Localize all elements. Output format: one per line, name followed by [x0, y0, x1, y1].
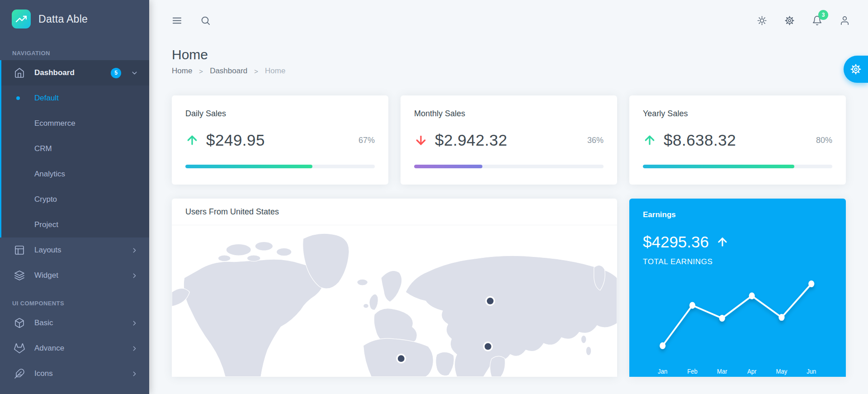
- menu-icon: [172, 15, 182, 26]
- arrow-up-icon: [643, 133, 656, 147]
- card-title: Daily Sales: [185, 109, 375, 119]
- monthly-sales-card: Monthly Sales $2.942.32 36%: [401, 95, 617, 185]
- sun-icon: [757, 15, 767, 26]
- sidebar-subitem-crypto[interactable]: Crypto: [1, 187, 149, 212]
- arrow-down-icon: [414, 133, 428, 147]
- sidebar-item-label: Advance: [34, 344, 64, 353]
- gear-icon: [784, 15, 795, 26]
- subitem-label: Project: [34, 220, 58, 229]
- sidebar-subitem-project[interactable]: Project: [1, 212, 149, 237]
- page-head: Home Home > Dashboard > Home: [149, 41, 868, 76]
- chevron-right-icon: [131, 319, 138, 327]
- earnings-value: $4295.36: [643, 233, 709, 251]
- sidebar-subitem-analytics[interactable]: Analytics: [1, 161, 149, 187]
- card-percent: 36%: [587, 136, 604, 145]
- breadcrumb-current: Home: [265, 66, 285, 76]
- svg-text:Feb: Feb: [687, 367, 698, 375]
- svg-text:Apr: Apr: [747, 367, 757, 375]
- earnings-value-row: $4295.36: [643, 233, 832, 251]
- dashboard-count-badge: 5: [111, 68, 121, 78]
- progress-track: [185, 165, 375, 168]
- breadcrumb-link-home[interactable]: Home: [172, 66, 192, 76]
- earnings-line-chart: JanFebMarAprMayJun: [643, 268, 832, 377]
- card-title: Yearly Sales: [643, 109, 832, 119]
- brand-name: Datta Able: [38, 13, 88, 25]
- sidebar-item-basic[interactable]: Basic: [0, 310, 149, 336]
- sidebar-subitem-default[interactable]: Default: [1, 85, 149, 111]
- main-area: 3 Home Home > Dashboard > Home Daily Sal…: [149, 0, 868, 394]
- card-value-row: $2.942.32 36%: [414, 131, 604, 149]
- sidebar-item-label: Layouts: [34, 246, 61, 255]
- map-marker-siberia: [487, 298, 494, 304]
- user-profile-button[interactable]: [840, 15, 850, 26]
- gear-icon: [850, 63, 862, 75]
- sidebar-item-layouts[interactable]: Layouts: [0, 237, 149, 263]
- theme-brightness-button[interactable]: [757, 15, 767, 26]
- daily-sales-card: Daily Sales $249.95 67%: [172, 95, 388, 185]
- stat-cards-row: Daily Sales $249.95 67% Monthly Sales $2…: [149, 76, 868, 185]
- box-icon: [14, 318, 25, 328]
- subitem-label: Default: [34, 94, 59, 103]
- nav-caption-ui-components: UI COMPONENTS: [12, 300, 149, 307]
- menu-toggle-button[interactable]: [172, 15, 182, 26]
- gitlab-icon: [14, 343, 25, 354]
- progress-fill: [414, 165, 482, 168]
- chevron-right-icon: [131, 370, 138, 378]
- sidebar-subitem-crm[interactable]: CRM: [1, 136, 149, 161]
- breadcrumb: Home > Dashboard > Home: [172, 66, 845, 76]
- earnings-card: Earnings $4295.36 TOTAL EARNINGS Ja: [629, 199, 846, 377]
- users-map-card: Users From United States: [172, 199, 617, 377]
- sidebar-item-label: Widget: [34, 271, 58, 280]
- configurator-fab[interactable]: [844, 56, 868, 83]
- sidebar: Datta Able NAVIGATION Dashboard 5 Defaul…: [0, 0, 149, 394]
- card-value: $8.638.32: [664, 131, 736, 149]
- subitem-label: Crypto: [34, 195, 57, 204]
- sidebar-item-advance[interactable]: Advance: [0, 336, 149, 361]
- progress-fill: [643, 165, 794, 168]
- progress-track: [414, 165, 604, 168]
- sidebar-item-icons[interactable]: Icons: [0, 361, 149, 386]
- map-marker-china: [485, 343, 491, 350]
- card-title: Monthly Sales: [414, 109, 604, 119]
- sidebar-item-widget[interactable]: Widget: [0, 263, 149, 288]
- nav-caption-navigation: NAVIGATION: [12, 50, 149, 57]
- subitem-label: Ecommerce: [34, 119, 75, 128]
- world-map-svg: [172, 225, 617, 377]
- search-button[interactable]: [200, 15, 211, 26]
- map-card-title: Users From United States: [172, 199, 617, 225]
- chevron-right-icon: [131, 247, 138, 254]
- chevron-down-icon: [131, 69, 138, 77]
- sidebar-item-label: Icons: [34, 369, 53, 378]
- sidebar-item-label: Basic: [34, 318, 53, 328]
- svg-text:Jan: Jan: [658, 367, 667, 375]
- subitem-label: CRM: [34, 144, 52, 153]
- sidebar-item-dashboard[interactable]: Dashboard 5: [1, 60, 149, 85]
- world-map: [172, 225, 617, 377]
- arrow-up-icon: [185, 133, 199, 147]
- chevron-right-icon: [131, 345, 138, 352]
- topbar: 3: [149, 0, 868, 41]
- chevron-right-icon: [131, 272, 138, 280]
- feather-icon: [14, 368, 25, 379]
- notifications-button[interactable]: 3: [812, 15, 822, 26]
- brand[interactable]: Datta Able: [0, 0, 149, 38]
- breadcrumb-separator: >: [254, 67, 258, 75]
- earnings-title: Earnings: [643, 210, 832, 219]
- content-row: Users From United States: [149, 185, 868, 377]
- nav-group-dashboard: Dashboard 5 Default Ecommerce CRM Analyt…: [0, 60, 149, 237]
- settings-button[interactable]: [784, 15, 795, 26]
- search-icon: [200, 15, 211, 26]
- arrow-up-icon: [716, 236, 729, 248]
- breadcrumb-link-dashboard[interactable]: Dashboard: [210, 66, 247, 76]
- card-percent: 80%: [816, 136, 832, 145]
- layers-icon: [14, 270, 25, 281]
- notification-count-badge: 3: [818, 10, 828, 20]
- layout-icon: [14, 245, 25, 256]
- user-icon: [840, 15, 850, 26]
- home-icon: [14, 67, 25, 78]
- progress-track: [643, 165, 832, 168]
- breadcrumb-separator: >: [199, 67, 203, 75]
- yearly-sales-card: Yearly Sales $8.638.32 80%: [629, 95, 846, 185]
- dashboard-submenu: Default Ecommerce CRM Analytics Crypto P…: [1, 85, 149, 237]
- sidebar-subitem-ecommerce[interactable]: Ecommerce: [1, 111, 149, 136]
